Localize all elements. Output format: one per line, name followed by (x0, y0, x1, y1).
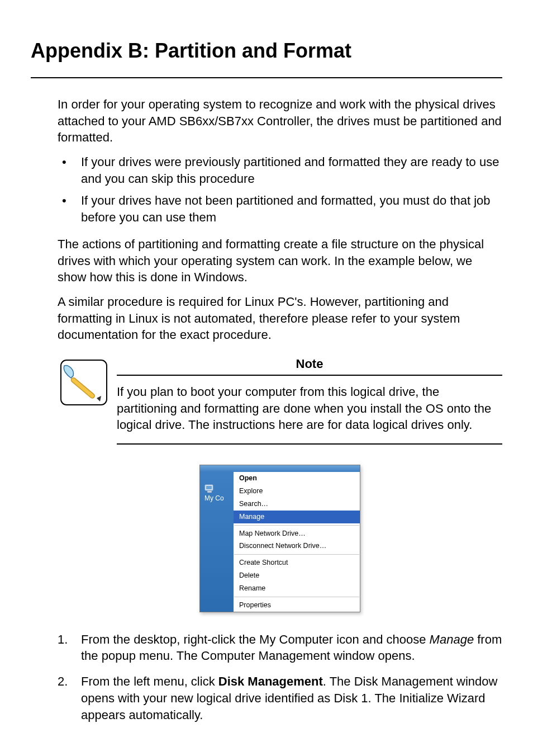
menu-item-disconnect-network-drive[interactable]: Disconnect Network Drive… (234, 540, 360, 552)
step-item: From the desktop, right-click the My Com… (58, 631, 502, 664)
context-menu-items: Open Explore Search… Manage Map Network … (234, 472, 360, 612)
my-computer-label: My Co (204, 494, 224, 502)
menu-item-map-network-drive[interactable]: Map Network Drive… (234, 527, 360, 540)
menu-item-rename[interactable]: Rename (234, 582, 360, 595)
step-emphasis: Manage (430, 632, 474, 646)
content-area: In order for your operating system to re… (58, 96, 502, 723)
menu-item-open[interactable]: Open (234, 472, 360, 485)
step-text: From the desktop, right-click the My Com… (81, 632, 430, 646)
menu-separator (234, 525, 359, 526)
note-rule-bottom (117, 443, 502, 445)
svg-rect-5 (207, 491, 212, 493)
note-callout: Note If you plan to boot your computer f… (58, 357, 502, 460)
menu-item-search[interactable]: Search… (234, 498, 360, 511)
paragraph: A similar procedure is required for Linu… (58, 294, 502, 343)
note-body: Note If you plan to boot your computer f… (117, 357, 502, 460)
desktop-icon-area: My Co (200, 472, 234, 612)
paragraph: The actions of partitioning and formatti… (58, 236, 502, 286)
step-text: From the left menu, click (81, 674, 218, 688)
menu-item-delete[interactable]: Delete (234, 569, 360, 582)
title-rule (31, 77, 502, 78)
steps-list: From the desktop, right-click the My Com… (58, 631, 502, 723)
menu-item-properties[interactable]: Properties (234, 599, 360, 612)
desktop-strip (200, 465, 360, 472)
page-title: Appendix B: Partition and Format (31, 39, 502, 63)
note-rule-top (117, 375, 502, 376)
context-menu-screenshot: My Co Open Explore Search… Manage Map Ne… (58, 465, 502, 612)
note-icon (58, 357, 111, 409)
menu-separator (234, 597, 359, 597)
menu-item-manage[interactable]: Manage (234, 511, 360, 523)
bullet-item: If your drives were previously partition… (58, 154, 502, 187)
svg-rect-4 (206, 486, 212, 489)
intro-paragraph: In order for your operating system to re… (58, 96, 502, 146)
menu-separator (234, 554, 359, 555)
bullet-list: If your drives were previously partition… (58, 154, 502, 226)
my-computer-icon (204, 484, 215, 493)
note-title: Note (117, 357, 502, 375)
note-text: If you plan to boot your computer from t… (117, 384, 502, 443)
step-strong: Disk Management (218, 674, 323, 688)
step-item: From the left menu, click Disk Managemen… (58, 673, 502, 723)
bullet-item: If your drives have not been partitioned… (58, 192, 502, 225)
context-menu-box: My Co Open Explore Search… Manage Map Ne… (199, 465, 360, 612)
menu-item-create-shortcut[interactable]: Create Shortcut (234, 556, 360, 569)
menu-item-explore[interactable]: Explore (234, 485, 360, 498)
